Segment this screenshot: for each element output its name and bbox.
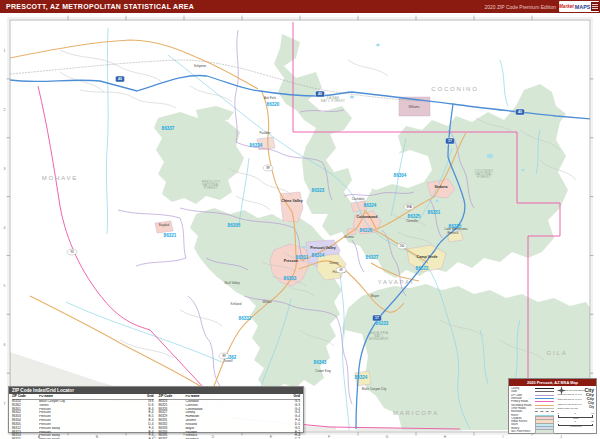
zip-code-label: 86333 <box>376 321 389 326</box>
town-label: Cornville <box>406 219 418 223</box>
zip-code-label: 86326 <box>360 228 373 233</box>
logo-text-maps: MAPS <box>575 4 591 10</box>
map-legend: 2020 Prescott, AZ MSA Map CountyStateZIP… <box>508 378 597 434</box>
zip-index-column: ZIP CodePO NameGrid86324ClarkdaleG-38632… <box>159 395 301 439</box>
highway-shield: 69 <box>336 267 346 273</box>
svg-text:93: 93 <box>70 250 74 254</box>
highway-shield: 89 <box>263 165 273 171</box>
svg-text:17: 17 <box>375 316 379 320</box>
legend-city-class: Cities under 10,000City <box>557 406 594 411</box>
county-label: YAVAPAI <box>378 279 415 285</box>
county-label: MOHAVE <box>42 175 78 181</box>
town-label: Rimrock <box>448 231 459 235</box>
town-label: Sedona <box>435 185 449 189</box>
svg-text:260: 260 <box>400 244 405 248</box>
legend-title: 2020 Prescott, AZ MSA Map <box>509 379 596 386</box>
zip-code-label: 86322 <box>416 266 429 271</box>
interstate-shield: 17 <box>373 315 382 321</box>
logo-badge <box>591 2 599 11</box>
zip-index-column: ZIP CodePO NameGrid85324Black Canyon Cit… <box>12 395 154 439</box>
town-label: Ash Fork <box>264 96 277 100</box>
zip-index-title: ZIP Code Index/Grid Locator <box>9 387 303 394</box>
zip-code-label: 86323 <box>312 188 325 193</box>
interstate-shield: 40 <box>316 91 325 97</box>
town-label: Seligman <box>194 64 207 68</box>
grid-number: 2 <box>4 108 6 112</box>
town-label: Mayer <box>371 294 379 298</box>
zip-code-label: 86337 <box>162 126 175 131</box>
town-label: Crown King <box>315 369 331 373</box>
zip-code-label: 86324 <box>364 203 377 208</box>
zip-code-label: 86343 <box>314 360 327 365</box>
zip-code-label: 86351 <box>428 210 441 215</box>
svg-text:40: 40 <box>518 110 522 114</box>
svg-text:40: 40 <box>318 92 322 96</box>
zip-code-label: 86303 <box>284 276 297 281</box>
legend-scale-bars: 0510Miles0510Kilometers <box>557 413 594 429</box>
zip-code-label: 86320 <box>267 102 280 107</box>
zip-code-label: 86305 <box>228 223 241 228</box>
grid-number: 5 <box>4 284 6 288</box>
legend-cities-column: Cities 100,000 and aboveCityCities 50,00… <box>557 387 594 433</box>
marketmaps-logo: Market MAPS <box>559 1 599 12</box>
highway-shield: 93 <box>67 249 77 255</box>
highway-shield: 89 <box>219 353 229 359</box>
grid-letter: J <box>560 435 562 439</box>
grid-letter: I <box>503 435 504 439</box>
town-label: Dewey <box>329 261 339 265</box>
town-label: Skull Valley <box>224 281 240 285</box>
town-label: Bagdad <box>159 223 170 227</box>
zip-code-label: 86301 <box>296 255 309 260</box>
map-page: PRESCOTT, AZ METROPOLITAN STATISTICAL AR… <box>0 0 600 439</box>
town-label: Williams <box>408 105 420 109</box>
zip-index-body: ZIP CodePO NameGrid85324Black Canyon Cit… <box>9 394 303 439</box>
town-label: Chino Valley <box>281 199 302 203</box>
legend-body: CountyStateZIP CodeInterstatePrimary Roa… <box>509 386 596 434</box>
zip-code-label: 86332 <box>239 316 252 321</box>
map-title: PRESCOTT, AZ METROPOLITAN STATISTICAL AR… <box>6 3 194 10</box>
town-label: Jerome <box>344 235 354 239</box>
town-label: Wilhoit <box>262 300 271 304</box>
town-label: Clarkdale <box>352 197 365 201</box>
zip-code-label: 86335 <box>449 224 462 229</box>
zip-code-label: 86314 <box>312 253 325 258</box>
map-canvas: MOHAVECOCONINOYAVAPAIGILAMARICOPA KAIBAB… <box>0 0 600 439</box>
grid-number: 6 <box>4 343 6 347</box>
grid-letter: H <box>444 435 447 439</box>
interstate-shield: 40 <box>116 76 125 82</box>
legend-symbols-column: CountyStateZIP CodeInterstatePrimary Roa… <box>511 387 554 433</box>
town-label: Prescott Valley <box>310 246 336 250</box>
svg-text:89: 89 <box>222 354 226 358</box>
interstate-shield: 40 <box>516 109 525 115</box>
scale-bar: 0510Kilometers <box>557 421 594 428</box>
svg-text:40: 40 <box>118 77 122 81</box>
svg-text:69: 69 <box>339 268 343 272</box>
scale-bar: 0510Miles <box>557 413 594 420</box>
grid-letter: G <box>386 435 389 439</box>
town-label: Cottonwood <box>357 215 378 219</box>
svg-text:17: 17 <box>448 139 452 143</box>
svg-text:89: 89 <box>266 166 270 170</box>
logo-text-market: Market <box>559 4 574 9</box>
zip-code-label: 86334 <box>250 143 263 148</box>
title-bar: PRESCOTT, AZ METROPOLITAN STATISTICAL AR… <box>0 0 600 13</box>
town-label: Paulden <box>259 131 270 135</box>
highway-shield: 260 <box>397 243 407 249</box>
county-label: COCONINO <box>431 86 478 92</box>
svg-text:89A: 89A <box>406 205 411 209</box>
zip-code-label: 85324 <box>355 375 368 380</box>
zip-code-label: 86325 <box>408 214 421 219</box>
town-label: Camp Verde <box>417 255 438 259</box>
grid-letter: F <box>328 435 331 439</box>
forest-label: COCONINONATIONALFOREST <box>475 169 494 179</box>
county-label: GILA <box>547 350 568 356</box>
town-label: Kirkland <box>231 302 242 306</box>
interstate-shield: 17 <box>446 138 455 144</box>
zip-index-table: ZIP Code Index/Grid Locator ZIP CodePO N… <box>8 386 304 433</box>
town-label: Black Canyon City <box>362 387 387 391</box>
county-label: MARICOPA <box>393 410 439 416</box>
grid-number: 4 <box>4 226 6 230</box>
zip-code-label: 86321 <box>164 233 177 238</box>
grid-number: 1 <box>4 49 6 53</box>
zip-code-label: 86327 <box>366 255 379 260</box>
